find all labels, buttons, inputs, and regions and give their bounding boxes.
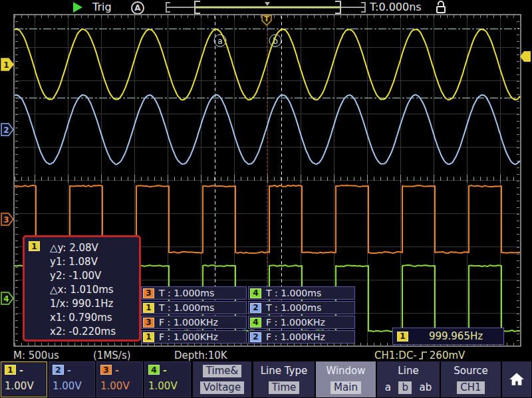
channel-marker-label-1: 1 (3, 60, 9, 70)
cursor-x1: x1: 0.790ms (50, 311, 139, 325)
channel-badge: 1 (29, 241, 40, 251)
measurement-item: 2F : 1.000KHz (248, 330, 355, 344)
channel-badge: 1 (143, 332, 154, 342)
coupling-indicator: - (163, 365, 167, 375)
cursor-type-line2: Voltage (200, 381, 244, 394)
coupling-indicator: - (19, 365, 23, 375)
trigger-coupling: CH1:DC- (374, 349, 417, 361)
cursor-delta-y: △y: 2.08V (50, 241, 139, 255)
cursor-delta-x: △x: 1.010ms (50, 283, 139, 297)
line-option-a[interactable]: a (385, 381, 391, 394)
channel-badge: 4 (250, 288, 261, 298)
channel-badge: 2 (250, 303, 261, 313)
measurement-item: 4F : 1.000KHz (248, 316, 355, 329)
measurement-item: 1F : 1.000KHz (141, 330, 247, 344)
channel-marker-label-3: 3 (3, 215, 9, 225)
volts-per-div: 1.00V (148, 380, 187, 392)
measurement-item: 2T : 1.000ms (248, 301, 355, 314)
channel-badge: 4 (250, 318, 261, 328)
measurement-item: 1T : 1.000ms (141, 301, 247, 314)
menu-cursor-type-button[interactable]: Time& Voltage (193, 361, 251, 397)
measurement-value: T : 1.000ms (266, 302, 321, 313)
menu-source-button[interactable]: Source CH1 (441, 361, 501, 397)
coupling-indicator: - (67, 365, 71, 375)
channel-3-cell[interactable]: 3- 1.00V (96, 361, 143, 397)
rising-edge-icon (418, 350, 428, 361)
line-type-value: Time (269, 381, 300, 394)
trigger-readout: CH1:DC- 260mV (374, 349, 465, 361)
menu-window-button[interactable]: Window Main (316, 361, 376, 397)
cursor-type-line1: Time& (203, 365, 241, 377)
menu-label: Window (316, 365, 376, 377)
frequency-value: 999.965Hz (408, 330, 503, 342)
home-icon (508, 371, 525, 388)
sample-rate-readout: (1MS/s) (93, 349, 131, 361)
channel-4-cell[interactable]: 4- 1.00V (144, 361, 191, 397)
cursor-y2: y2: -1.00V (50, 269, 139, 283)
measurement-value: T : 1.000ms (159, 288, 214, 298)
measurement-value: F : 1.000KHz (159, 317, 218, 328)
volts-per-div: 1.00V (100, 380, 139, 392)
menu-line-select-button[interactable]: Line a b ab (377, 361, 440, 397)
channel-marker-label-4: 4 (3, 294, 9, 304)
trigger-level: 260mV (430, 349, 466, 361)
cursor-y1: y1: 1.08V (50, 255, 139, 269)
measurement-value: T : 1.000ms (159, 302, 214, 313)
measurement-item: 4T : 1.000ms (248, 286, 355, 300)
trigger-level-marker (520, 51, 531, 62)
oscilloscope-screen: Trig A T:0.000ns ab1234T 1 △y: 2.08V y1:… (0, 0, 532, 398)
cursor-readout-panel[interactable]: 1 △y: 2.08V y1: 1.08V y2: -1.00V △x: 1.0… (23, 235, 141, 342)
line-option-ab[interactable]: ab (420, 381, 432, 394)
status-bar: M: 500us (1MS/s) Depth:10K CH1:DC- 260mV (0, 349, 532, 361)
measurement-item: 3T : 1.000ms (141, 286, 247, 300)
channel-badge: 3 (143, 288, 154, 298)
bottom-menu-bar: 1- 1.00V 2- 1.00V 3- 1.00V 4- 1.00V Time… (0, 361, 532, 398)
channel-2-cell[interactable]: 2- 1.00V (49, 361, 95, 397)
measurement-value: T : 1.000ms (266, 288, 321, 298)
volts-per-div: 1.00V (53, 380, 91, 392)
volts-per-div: 1.00V (5, 380, 43, 392)
channel-badge: 3 (100, 365, 112, 375)
measurement-item: 3F : 1.000KHz (141, 316, 247, 329)
channel-badge: 2 (53, 365, 64, 375)
menu-label: Line (377, 365, 440, 377)
channel-marker-label-2: 2 (3, 126, 9, 135)
measurement-value: F : 1.000KHz (266, 317, 325, 328)
measurement-value: F : 1.000KHz (266, 332, 325, 342)
menu-label: Line Type (253, 365, 315, 377)
channel-badge: 1 (5, 365, 16, 375)
window-value: Main (331, 381, 361, 394)
cursor-a-label: a (217, 37, 222, 46)
cursor-x2: x2: -0.220ms (50, 325, 139, 339)
channel-badge: 4 (148, 365, 160, 375)
trigger-t-label: T (264, 15, 269, 23)
channel-badge: 3 (143, 318, 154, 328)
measurement-value: F : 1.000KHz (159, 332, 218, 342)
menu-line-type-button[interactable]: Line Type Time (253, 361, 315, 397)
frequency-counter: 1 999.965Hz (392, 328, 504, 345)
line-option-b[interactable]: b (398, 381, 412, 394)
channel-badge: 2 (250, 332, 261, 342)
channel-1-cell[interactable]: 1- 1.00V (1, 361, 47, 397)
source-value: CH1 (457, 381, 484, 394)
timebase-readout: M: 500us (13, 349, 59, 361)
measurement-panel: 3T : 1.000ms 4T : 1.000ms 1T : 1.000ms 2… (141, 286, 356, 344)
memory-depth-readout: Depth:10K (174, 349, 227, 361)
home-button[interactable] (502, 361, 531, 397)
cursor-inverse-x: 1/x: 990.1Hz (50, 297, 139, 311)
coupling-indicator: - (115, 365, 119, 375)
menu-label: Source (441, 365, 501, 377)
channel-badge: 1 (397, 332, 408, 342)
channel-badge: 1 (143, 303, 154, 313)
